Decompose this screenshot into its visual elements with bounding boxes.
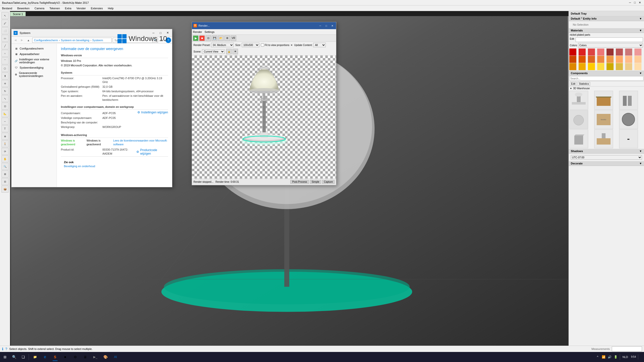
material-edit-input[interactable]	[576, 37, 643, 42]
settings-link[interactable]: ⚙ Instellingen wijzigen	[137, 111, 168, 114]
measurements-input[interactable]	[612, 346, 642, 351]
render-open-btn[interactable]: 📂	[218, 35, 224, 41]
render-menu-render[interactable]: Render	[193, 30, 202, 33]
swatch-2[interactable]	[579, 49, 586, 56]
decorate-header[interactable]: Decorate ▼	[569, 161, 644, 166]
simple-btn[interactable]: Simple	[310, 180, 321, 184]
systray-battery[interactable]: 🔋	[613, 354, 618, 359]
toolbar-zoom[interactable]: 🔍	[2, 163, 9, 170]
comp-5[interactable]: books	[594, 110, 613, 129]
menu-file[interactable]: Bestand	[1, 6, 13, 10]
swatch-20[interactable]	[597, 63, 604, 70]
scene-tab-1[interactable]: Scene 1	[10, 12, 26, 16]
preset-select[interactable]: 04. Medium	[211, 43, 234, 47]
swatch-13[interactable]	[607, 56, 614, 63]
render-maximize[interactable]: □	[324, 23, 329, 28]
toolbar-erase[interactable]: ⬜	[2, 27, 9, 34]
comp-9[interactable]	[619, 129, 638, 148]
nav-configuratiescherm[interactable]: ⊞ Configuratiescherm	[12, 46, 57, 51]
swatch-19[interactable]	[588, 63, 595, 70]
scene-lock-btn[interactable]: 🔒	[226, 49, 232, 54]
address-bar[interactable]: Configuratiescherm › Systeem en beveilig…	[32, 38, 112, 43]
nav-advanced[interactable]: ⚙ Geavanceerde systeeminstellingen	[12, 70, 57, 78]
render-save-btn[interactable]: 💾	[212, 35, 217, 41]
toolbar-pan[interactable]: ✋	[2, 155, 9, 162]
toolbar-rotate[interactable]: ↻	[2, 87, 9, 95]
breadcrumb-3[interactable]: Systeem	[92, 39, 103, 42]
menu-window[interactable]: Venster	[75, 6, 87, 10]
swatch-3[interactable]	[588, 49, 595, 56]
toolbar-rectangle[interactable]: ▭	[2, 35, 9, 42]
swatch-7[interactable]	[625, 49, 632, 56]
colors-dropdown[interactable]: Colors	[578, 43, 643, 48]
nav-security[interactable]: 🛡 Systeembeveiliging	[12, 65, 57, 70]
toolbar-polygon[interactable]: ⬡	[2, 65, 9, 72]
comp-2[interactable]	[594, 91, 613, 110]
materials-collapse[interactable]: ▼	[639, 29, 642, 32]
taskbar-controlpanel[interactable]: 🖥	[81, 352, 90, 361]
swatch-8[interactable]	[634, 49, 641, 56]
toolbar-paint[interactable]: 🖊	[2, 20, 9, 27]
render-menu-settings[interactable]: Settings	[205, 30, 215, 33]
swatch-18[interactable]	[579, 63, 586, 70]
components-header[interactable]: Components ▼	[569, 71, 644, 76]
menu-draw[interactable]: Tekenen	[48, 6, 61, 10]
toolbar-orbit[interactable]: ⟳	[2, 148, 9, 155]
comp-3[interactable]	[619, 91, 638, 110]
swatch-9[interactable]	[569, 56, 576, 63]
swatch-11[interactable]	[588, 56, 595, 63]
nav-back[interactable]: ◀	[13, 37, 18, 43]
taskbar-paint[interactable]: 🎨	[101, 352, 110, 361]
swatch-15[interactable]	[625, 56, 632, 63]
decorate-collapse[interactable]: ▼	[639, 162, 642, 165]
taskbar-chrome[interactable]: ●	[61, 352, 70, 361]
toolbar-dimension[interactable]: ↔	[2, 118, 9, 125]
swatch-6[interactable]	[616, 49, 623, 56]
render-minimize[interactable]: ─	[318, 23, 323, 28]
fit-checkbox[interactable]	[261, 43, 264, 47]
taskbar-edge[interactable]: e	[41, 352, 50, 361]
see-also-item-1[interactable]: Beveiliging en onderhoud	[64, 165, 95, 168]
nav-forward[interactable]: ▶	[19, 37, 25, 43]
shadows-collapse[interactable]: ▼	[639, 150, 642, 153]
close-btn[interactable]: ✕	[638, 1, 642, 4]
scene-view-btn[interactable]: 👁	[232, 49, 238, 54]
toolbar-tape[interactable]: 📐	[2, 110, 9, 117]
components-collapse[interactable]: ▼	[639, 72, 642, 75]
render-start-btn[interactable]: ▶	[193, 35, 198, 41]
toolbar-scale[interactable]: ⤡	[2, 95, 9, 102]
toolbar-move[interactable]: ✛	[2, 80, 9, 87]
render-region-btn[interactable]: ⊡	[206, 35, 211, 41]
comp-7[interactable]	[569, 129, 588, 148]
taskbar-sketchup[interactable]: S	[51, 352, 60, 361]
maximize-btn[interactable]: □	[633, 1, 637, 4]
swatch-23[interactable]	[625, 63, 632, 70]
systray-up-arrow[interactable]: ^	[595, 354, 600, 359]
toolbar-axes[interactable]: ⊕	[2, 133, 9, 140]
comp-1[interactable]	[569, 91, 588, 110]
shadows-header[interactable]: Shadows ▼	[569, 149, 644, 154]
toolbar-line[interactable]: ╱	[2, 42, 9, 49]
swatch-22[interactable]	[616, 63, 623, 70]
nav-apparaatbeheer[interactable]: 🖥 Apparaatbeheer	[12, 51, 57, 57]
minimize-btn[interactable]: ─	[628, 1, 632, 4]
breadcrumb-1[interactable]: Configuratiescherm	[34, 39, 58, 42]
show-desktop-btn[interactable]	[638, 354, 643, 359]
toolbar-circle[interactable]: ○	[2, 50, 9, 57]
swatch-24[interactable]	[634, 63, 641, 70]
swatch-12[interactable]	[597, 56, 604, 63]
render-stop-btn[interactable]: ■	[199, 35, 205, 41]
components-search[interactable]	[569, 76, 643, 81]
systray-volume[interactable]: 🔊	[607, 354, 612, 359]
menu-tools[interactable]: Extra	[64, 6, 72, 10]
menu-extensions[interactable]: Extensies	[90, 6, 104, 10]
comp-4[interactable]	[569, 110, 588, 129]
render-close[interactable]: ✕	[330, 23, 335, 28]
entity-info-collapse[interactable]: ▼	[639, 17, 642, 20]
entity-info-header[interactable]: Default " Entity Info ▼	[569, 16, 644, 21]
nav-up[interactable]: ▲	[26, 37, 31, 43]
swatch-17[interactable]	[569, 63, 576, 70]
capture-btn[interactable]: Capture	[322, 180, 335, 184]
license-link[interactable]: Lees de licentievoorwaarden voor Microso…	[113, 139, 168, 147]
swatch-16[interactable]	[634, 56, 641, 63]
